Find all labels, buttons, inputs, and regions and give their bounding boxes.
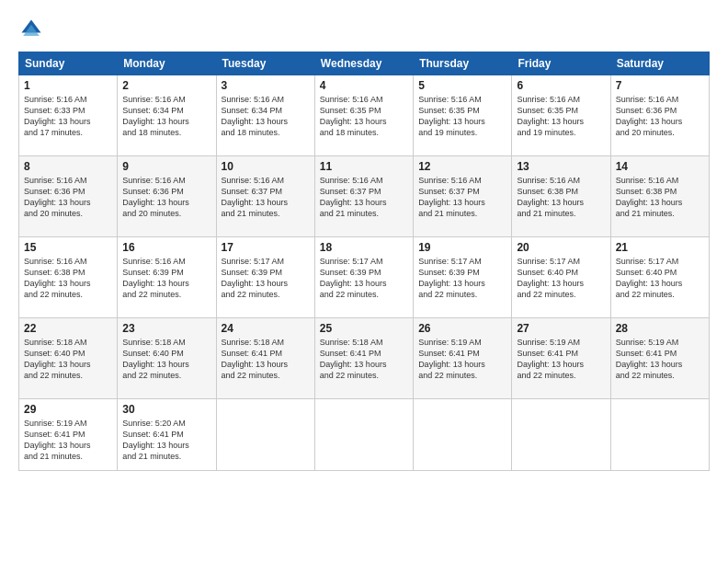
cell-info: Sunrise: 5:17 AM Sunset: 6:39 PM Dayligh…: [222, 256, 310, 301]
table-row: 16Sunrise: 5:16 AM Sunset: 6:39 PM Dayli…: [118, 237, 216, 318]
cell-info: Sunrise: 5:16 AM Sunset: 6:36 PM Dayligh…: [616, 94, 704, 139]
day-number: 19: [418, 241, 506, 254]
cell-info: Sunrise: 5:16 AM Sunset: 6:34 PM Dayligh…: [222, 94, 310, 139]
table-row: 27Sunrise: 5:19 AM Sunset: 6:41 PM Dayli…: [512, 318, 610, 399]
calendar-week-row: 15Sunrise: 5:16 AM Sunset: 6:38 PM Dayli…: [19, 237, 710, 318]
table-row: [314, 399, 413, 471]
table-row: 24Sunrise: 5:18 AM Sunset: 6:41 PM Dayli…: [216, 318, 314, 399]
col-friday: Friday: [512, 52, 610, 75]
cell-info: Sunrise: 5:16 AM Sunset: 6:38 PM Dayligh…: [517, 175, 605, 220]
cell-info: Sunrise: 5:16 AM Sunset: 6:33 PM Dayligh…: [24, 94, 112, 139]
table-row: 22Sunrise: 5:18 AM Sunset: 6:40 PM Dayli…: [19, 318, 118, 399]
day-number: 4: [320, 79, 408, 92]
cell-info: Sunrise: 5:16 AM Sunset: 6:39 PM Dayligh…: [122, 256, 210, 301]
day-number: 18: [320, 241, 408, 254]
table-row: 13Sunrise: 5:16 AM Sunset: 6:38 PM Dayli…: [512, 156, 610, 237]
cell-info: Sunrise: 5:16 AM Sunset: 6:36 PM Dayligh…: [122, 175, 210, 220]
day-number: 17: [222, 241, 310, 254]
table-row: 11Sunrise: 5:16 AM Sunset: 6:37 PM Dayli…: [314, 156, 413, 237]
day-number: 10: [222, 160, 310, 173]
day-number: 26: [418, 322, 506, 335]
cell-info: Sunrise: 5:17 AM Sunset: 6:39 PM Dayligh…: [320, 256, 408, 301]
day-number: 29: [24, 403, 112, 416]
table-row: 19Sunrise: 5:17 AM Sunset: 6:39 PM Dayli…: [414, 237, 512, 318]
day-number: 6: [517, 79, 605, 92]
day-number: 11: [320, 160, 408, 173]
cell-info: Sunrise: 5:17 AM Sunset: 6:40 PM Dayligh…: [517, 256, 605, 301]
cell-info: Sunrise: 5:18 AM Sunset: 6:40 PM Dayligh…: [122, 337, 210, 382]
table-row: [610, 399, 709, 471]
day-number: 27: [517, 322, 605, 335]
cell-info: Sunrise: 5:16 AM Sunset: 6:37 PM Dayligh…: [222, 175, 310, 220]
day-number: 9: [122, 160, 210, 173]
calendar-table: Sunday Monday Tuesday Wednesday Thursday…: [18, 52, 710, 471]
table-row: 6Sunrise: 5:16 AM Sunset: 6:35 PM Daylig…: [512, 75, 610, 156]
table-row: 23Sunrise: 5:18 AM Sunset: 6:40 PM Dayli…: [118, 318, 216, 399]
table-row: 17Sunrise: 5:17 AM Sunset: 6:39 PM Dayli…: [216, 237, 314, 318]
day-number: 23: [122, 322, 210, 335]
table-row: 12Sunrise: 5:16 AM Sunset: 6:37 PM Dayli…: [414, 156, 512, 237]
table-row: 15Sunrise: 5:16 AM Sunset: 6:38 PM Dayli…: [19, 237, 118, 318]
calendar-week-row: 1Sunrise: 5:16 AM Sunset: 6:33 PM Daylig…: [19, 75, 710, 156]
calendar-week-row: 8Sunrise: 5:16 AM Sunset: 6:36 PM Daylig…: [19, 156, 710, 237]
day-number: 14: [616, 160, 704, 173]
cell-info: Sunrise: 5:19 AM Sunset: 6:41 PM Dayligh…: [24, 418, 112, 463]
table-row: 30Sunrise: 5:20 AM Sunset: 6:41 PM Dayli…: [118, 399, 216, 471]
calendar-week-row: 29Sunrise: 5:19 AM Sunset: 6:41 PM Dayli…: [19, 399, 710, 471]
cell-info: Sunrise: 5:18 AM Sunset: 6:41 PM Dayligh…: [320, 337, 408, 382]
day-number: 8: [24, 160, 112, 173]
cell-info: Sunrise: 5:16 AM Sunset: 6:35 PM Dayligh…: [418, 94, 506, 139]
day-number: 21: [616, 241, 704, 254]
col-saturday: Saturday: [610, 52, 709, 75]
cell-info: Sunrise: 5:16 AM Sunset: 6:38 PM Dayligh…: [616, 175, 704, 220]
day-number: 16: [122, 241, 210, 254]
day-number: 20: [517, 241, 605, 254]
cell-info: Sunrise: 5:16 AM Sunset: 6:38 PM Dayligh…: [24, 256, 112, 301]
table-row: 20Sunrise: 5:17 AM Sunset: 6:40 PM Dayli…: [512, 237, 610, 318]
table-row: 25Sunrise: 5:18 AM Sunset: 6:41 PM Dayli…: [314, 318, 413, 399]
table-row: 7Sunrise: 5:16 AM Sunset: 6:36 PM Daylig…: [610, 75, 709, 156]
header: [18, 17, 710, 42]
cell-info: Sunrise: 5:17 AM Sunset: 6:39 PM Dayligh…: [418, 256, 506, 301]
table-row: 10Sunrise: 5:16 AM Sunset: 6:37 PM Dayli…: [216, 156, 314, 237]
table-row: 2Sunrise: 5:16 AM Sunset: 6:34 PM Daylig…: [118, 75, 216, 156]
cell-info: Sunrise: 5:16 AM Sunset: 6:37 PM Dayligh…: [320, 175, 408, 220]
calendar-header-row: Sunday Monday Tuesday Wednesday Thursday…: [19, 52, 710, 75]
cell-info: Sunrise: 5:16 AM Sunset: 6:35 PM Dayligh…: [517, 94, 605, 139]
day-number: 1: [24, 79, 112, 92]
day-number: 12: [418, 160, 506, 173]
cell-info: Sunrise: 5:18 AM Sunset: 6:41 PM Dayligh…: [222, 337, 310, 382]
day-number: 25: [320, 322, 408, 335]
col-wednesday: Wednesday: [314, 52, 413, 75]
cell-info: Sunrise: 5:20 AM Sunset: 6:41 PM Dayligh…: [122, 418, 210, 463]
cell-info: Sunrise: 5:17 AM Sunset: 6:40 PM Dayligh…: [616, 256, 704, 301]
day-number: 13: [517, 160, 605, 173]
day-number: 5: [418, 79, 506, 92]
page: Sunday Monday Tuesday Wednesday Thursday…: [0, 0, 728, 563]
col-sunday: Sunday: [19, 52, 118, 75]
cell-info: Sunrise: 5:16 AM Sunset: 6:36 PM Dayligh…: [24, 175, 112, 220]
cell-info: Sunrise: 5:19 AM Sunset: 6:41 PM Dayligh…: [517, 337, 605, 382]
table-row: 26Sunrise: 5:19 AM Sunset: 6:41 PM Dayli…: [414, 318, 512, 399]
table-row: [216, 399, 314, 471]
cell-info: Sunrise: 5:19 AM Sunset: 6:41 PM Dayligh…: [616, 337, 704, 382]
day-number: 22: [24, 322, 112, 335]
cell-info: Sunrise: 5:16 AM Sunset: 6:34 PM Dayligh…: [122, 94, 210, 139]
col-monday: Monday: [118, 52, 216, 75]
logo-icon: [18, 17, 44, 42]
table-row: 18Sunrise: 5:17 AM Sunset: 6:39 PM Dayli…: [314, 237, 413, 318]
col-tuesday: Tuesday: [216, 52, 314, 75]
day-number: 24: [222, 322, 310, 335]
table-row: 5Sunrise: 5:16 AM Sunset: 6:35 PM Daylig…: [414, 75, 512, 156]
day-number: 2: [122, 79, 210, 92]
table-row: [512, 399, 610, 471]
cell-info: Sunrise: 5:18 AM Sunset: 6:40 PM Dayligh…: [24, 337, 112, 382]
table-row: 28Sunrise: 5:19 AM Sunset: 6:41 PM Dayli…: [610, 318, 709, 399]
table-row: 21Sunrise: 5:17 AM Sunset: 6:40 PM Dayli…: [610, 237, 709, 318]
cell-info: Sunrise: 5:16 AM Sunset: 6:35 PM Dayligh…: [320, 94, 408, 139]
table-row: [414, 399, 512, 471]
cell-info: Sunrise: 5:19 AM Sunset: 6:41 PM Dayligh…: [418, 337, 506, 382]
day-number: 28: [616, 322, 704, 335]
table-row: 1Sunrise: 5:16 AM Sunset: 6:33 PM Daylig…: [19, 75, 118, 156]
table-row: 4Sunrise: 5:16 AM Sunset: 6:35 PM Daylig…: [314, 75, 413, 156]
